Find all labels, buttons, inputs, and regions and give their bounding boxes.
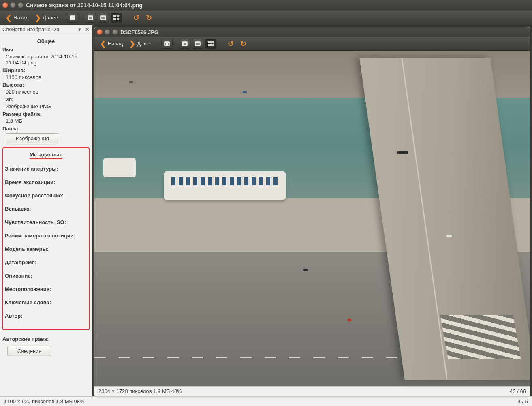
inner-nav-forward-button[interactable]: ❯ Далее [127,39,155,48]
details-button[interactable]: Сведения [7,346,51,356]
metadata-label: Значение апертуры: [5,166,87,172]
prop-type-label: Тип: [2,96,90,103]
metadata-label: Дата/время: [5,259,87,265]
window-maximize-button[interactable] [18,2,24,8]
content-area: DSCF0526.JPG ❮ Назад ❯ Далее ↺ [92,25,532,396]
metadata-label: Чувствительность ISO: [5,219,87,225]
prop-folder-label: Папка: [2,126,90,132]
section-metadata-title: Метаданные [30,152,62,159]
chevron-right-icon: ❯ [129,40,135,47]
window-controls [2,2,24,8]
window-title: Снимок экрана от 2014-10-15 11:04:04.png [26,2,143,9]
rotate-right-button[interactable]: ↻ [143,13,154,23]
inner-window-minimize-button[interactable] [105,29,110,35]
prop-width-label: Ширина: [2,67,90,73]
inner-window-controls [97,29,118,35]
image-detail [347,319,351,321]
metadata-label: Описание: [5,273,87,279]
zoom-100-icon [182,41,188,46]
image-detail [397,151,408,154]
folder-button[interactable]: Изображения [6,133,59,143]
metadata-label: Вспышка: [5,206,87,212]
section-general-title: Общее [2,38,90,44]
inner-nav-back-label: Назад [108,41,123,47]
inner-window-title: DSCF0526.JPG [120,29,158,35]
prop-name-value: Снимок экрана от 2014-10-15 11:04:04.png [6,53,90,66]
inner-zoom-width-button[interactable] [192,39,203,49]
zoom-100-button[interactable] [85,13,96,23]
inner-window-maximize-button[interactable] [112,29,118,35]
inner-window-close-button[interactable] [97,29,103,35]
inner-toolbar: ❮ Назад ❯ Далее ↺ ↻ [94,37,530,51]
zoom-width-icon [195,41,201,46]
sidebar-header: Свойства изображения ▾ ✕ [0,25,92,34]
metadata-label: Время экспозиции: [5,179,87,185]
outer-status-right: 4 / 5 [518,398,528,404]
inner-status-bar: 2304 × 1728 пикселов 1,9 МБ 48% 43 / 66 [94,386,530,396]
metadata-label: Автор: [5,313,87,319]
image-detail [446,235,452,237]
nav-forward-label: Далее [43,15,58,21]
prop-size-label: Размер файла: [2,111,90,117]
image-region-crosswalk [440,315,521,359]
metadata-label: Ключевые слова: [5,299,87,306]
nav-forward-button[interactable]: ❯ Далее [32,13,60,22]
image-detail [243,91,247,93]
zoom-fullscreen-button[interactable] [111,13,122,23]
prop-height-value: 920 пикселов [6,89,90,95]
chevron-left-icon: ❮ [100,40,106,47]
zoom-width-icon [100,15,106,20]
sidebar-collapse-icon[interactable]: ▾ [78,26,81,32]
zoom-width-button[interactable] [98,13,109,23]
grid-icon [113,15,119,20]
rotate-left-button[interactable]: ↺ [131,13,142,23]
rotate-left-icon: ↺ [228,39,234,48]
inner-nav-back-button[interactable]: ❮ Назад [98,39,125,48]
outer-status-bar: 1100 × 920 пикселов 1,8 МБ 98% 4 / 5 [0,396,532,406]
rotate-left-icon: ↺ [133,13,139,22]
zoom-fit-button[interactable] [67,13,78,23]
prop-size-value: 1,8 МБ [6,118,90,124]
rotate-right-icon: ↻ [146,13,152,22]
image-canvas[interactable] [94,51,530,386]
inner-titlebar: DSCF0526.JPG [94,27,530,37]
zoom-100-icon [88,15,93,20]
inner-rotate-left-button[interactable]: ↺ [225,38,236,49]
prop-name-label: Имя: [2,47,90,53]
metadata-highlight-box: Метаданные Значение апертуры:Время экспо… [2,147,90,330]
prop-copyright-label: Авторские права: [2,336,90,342]
inner-status-right: 43 / 66 [510,388,526,394]
inner-viewer-window: DSCF0526.JPG ❮ Назад ❯ Далее ↺ [94,27,530,396]
nav-back-button[interactable]: ❮ Назад [3,13,31,22]
metadata-label: Модель камеры: [5,246,87,252]
grid-icon [208,41,214,46]
inner-zoom-fullscreen-button[interactable] [205,39,216,49]
image-detail [303,269,308,271]
metadata-label: Режим замера экспозиции: [5,233,87,239]
inner-status-left: 2304 × 1728 пикселов 1,9 МБ 48% [98,388,182,394]
window-titlebar: Снимок экрана от 2014-10-15 11:04:04.png [0,0,532,11]
outer-toolbar: ❮ Назад ❯ Далее ↺ ↻ [0,11,532,25]
zoom-fit-icon [164,41,170,46]
inner-rotate-right-button[interactable]: ↻ [238,38,249,49]
image-region-boat [164,171,286,200]
image-detail [129,81,133,83]
inner-nav-forward-label: Далее [137,41,152,47]
sidebar-title: Свойства изображения [2,26,59,32]
metadata-label: Местоположение: [5,286,87,292]
sidebar-close-icon[interactable]: ✕ [85,26,90,32]
zoom-fit-icon [70,15,75,20]
metadata-label: Фокусное расстояние: [5,192,87,199]
properties-sidebar: Свойства изображения ▾ ✕ Общее Имя: Сним… [0,25,92,396]
prop-width-value: 1100 пикселов [6,74,90,80]
chevron-left-icon: ❮ [6,14,12,21]
outer-status-left: 1100 × 920 пикселов 1,8 МБ 98% [4,398,85,404]
rotate-right-icon: ↻ [240,39,246,48]
image-region-boat-small [103,158,136,177]
inner-zoom-fit-button[interactable] [161,39,173,49]
chevron-right-icon: ❯ [35,14,41,21]
window-close-button[interactable] [2,2,8,8]
prop-type-value: изображение PNG [6,103,90,109]
inner-zoom-100-button[interactable] [179,39,190,49]
window-minimize-button[interactable] [10,2,16,8]
